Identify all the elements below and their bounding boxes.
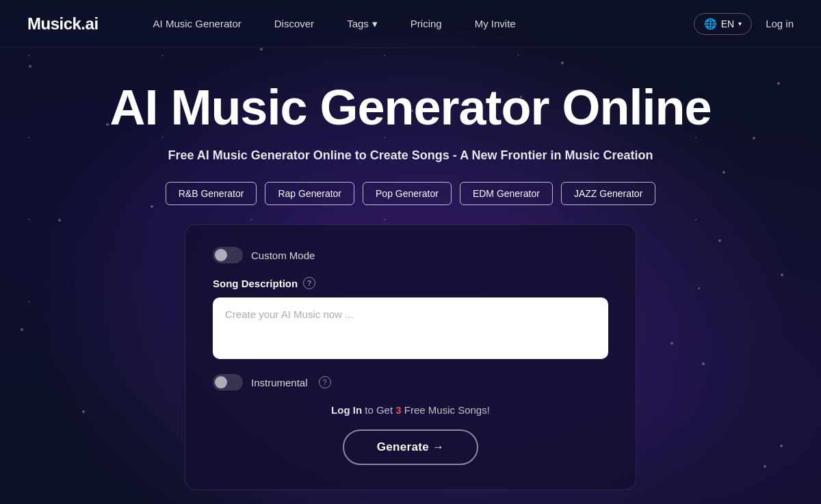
chevron-down-icon: ▾ bbox=[738, 20, 742, 27]
language-selector[interactable]: 🌐 EN ▾ bbox=[694, 13, 752, 35]
custom-mode-label: Custom Mode bbox=[251, 250, 315, 261]
nav-my-invite[interactable]: My Invite bbox=[475, 18, 516, 29]
instrumental-toggle[interactable] bbox=[213, 374, 243, 390]
navbar: Musick.ai AI Music Generator Discover Ta… bbox=[0, 0, 821, 48]
song-description-input[interactable] bbox=[213, 297, 608, 359]
nav-links: AI Music Generator Discover Tags ▾ Prici… bbox=[153, 18, 694, 30]
instrumental-label: Instrumental bbox=[251, 377, 308, 388]
genre-pop[interactable]: Pop Generator bbox=[363, 182, 452, 205]
custom-mode-row: Custom Mode bbox=[213, 247, 608, 263]
genre-edm[interactable]: EDM Generator bbox=[460, 182, 553, 205]
hero-subtitle: Free AI Music Generator Online to Create… bbox=[168, 148, 653, 163]
nav-discover[interactable]: Discover bbox=[274, 18, 314, 29]
nav-tags[interactable]: Tags ▾ bbox=[347, 18, 378, 30]
genre-tags: R&B Generator Rap Generator Pop Generato… bbox=[166, 182, 656, 205]
logo: Musick.ai bbox=[27, 14, 99, 34]
instrumental-row: Instrumental ? bbox=[213, 374, 608, 390]
genre-jazz[interactable]: JAZZ Generator bbox=[561, 182, 655, 205]
globe-icon: 🌐 bbox=[704, 18, 717, 30]
hero-section: AI Music Generator Online Free AI Music … bbox=[0, 48, 821, 490]
generator-card: Custom Mode Song Description ? Instrumen… bbox=[185, 224, 636, 490]
login-notice: Log In to Get 3 Free Music Songs! bbox=[213, 404, 608, 416]
hero-title: AI Music Generator Online bbox=[109, 81, 711, 135]
song-description-label: Song Description ? bbox=[213, 277, 608, 289]
song-description-help-icon[interactable]: ? bbox=[303, 277, 315, 289]
nav-right: 🌐 EN ▾ Log in bbox=[694, 13, 794, 35]
genre-rnb[interactable]: R&B Generator bbox=[166, 182, 257, 205]
nav-ai-music-generator[interactable]: AI Music Generator bbox=[153, 18, 242, 29]
free-count: 3 bbox=[395, 404, 401, 416]
generate-button[interactable]: Generate → bbox=[343, 429, 478, 465]
nav-pricing[interactable]: Pricing bbox=[410, 18, 442, 29]
login-link[interactable]: Log in bbox=[766, 18, 794, 29]
login-notice-link[interactable]: Log In bbox=[331, 404, 362, 416]
chevron-down-icon: ▾ bbox=[372, 18, 378, 30]
custom-mode-toggle[interactable] bbox=[213, 247, 243, 263]
lang-label: EN bbox=[721, 18, 734, 29]
instrumental-help-icon[interactable]: ? bbox=[319, 376, 331, 388]
genre-rap[interactable]: Rap Generator bbox=[265, 182, 354, 205]
